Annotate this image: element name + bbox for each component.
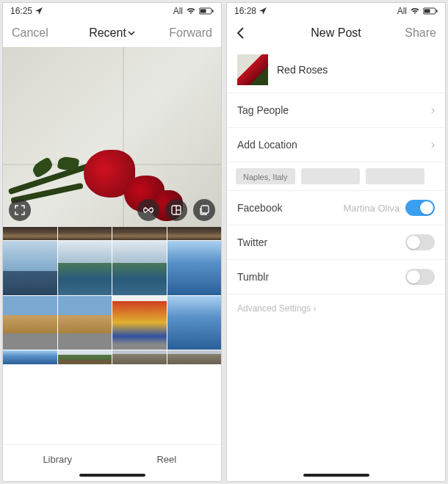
phone-new-post: 16:28 All New Post Share Tag People › Ad… [226, 2, 446, 482]
chevron-left-icon [236, 26, 245, 40]
status-time: 16:25 [10, 6, 32, 16]
share-facebook-user: Martina Oliva [343, 203, 400, 214]
share-tumblr-row: Tumblr [227, 260, 445, 295]
home-indicator[interactable] [303, 474, 369, 477]
preview-controls [9, 199, 215, 221]
layout-collage-button[interactable] [165, 199, 187, 221]
photo-grid [3, 227, 221, 364]
grid-thumb[interactable] [3, 296, 57, 350]
toggle-knob [420, 201, 433, 214]
home-indicator[interactable] [79, 474, 145, 477]
cancel-button[interactable]: Cancel [12, 26, 79, 40]
layout-icon [171, 205, 181, 215]
caption-row [227, 47, 445, 93]
chevron-right-icon: › [431, 104, 435, 117]
location-chip[interactable] [366, 168, 424, 184]
grid-thumb[interactable] [58, 241, 112, 295]
svg-rect-1 [200, 10, 206, 13]
select-multiple-button[interactable] [193, 199, 215, 221]
expand-crop-button[interactable] [9, 199, 31, 221]
battery-icon [423, 7, 438, 15]
boomerang-button[interactable] [137, 199, 159, 221]
grid-thumb[interactable] [3, 227, 57, 240]
phone-library: 16:25 All Cancel Recent Forward [2, 2, 222, 482]
wifi-icon [410, 7, 420, 15]
grid-thumb[interactable] [167, 227, 222, 240]
chevron-right-icon: › [431, 138, 435, 151]
tab-library[interactable]: Library [3, 445, 112, 471]
advanced-settings-row[interactable]: Advanced Settings › [227, 295, 445, 322]
toggle-knob [407, 236, 420, 249]
share-tumblr-label: Tumblr [237, 271, 405, 283]
selected-photo-preview[interactable] [3, 47, 221, 227]
grid-thumb[interactable] [3, 241, 57, 295]
album-picker[interactable]: Recent [79, 26, 145, 40]
location-chip[interactable] [301, 168, 360, 184]
share-button[interactable]: Share [369, 26, 436, 40]
share-facebook-label: Facebook [237, 202, 343, 214]
grid-thumb[interactable] [167, 241, 222, 295]
share-facebook-toggle[interactable] [405, 200, 435, 216]
nav-bar: New Post Share [227, 19, 445, 47]
grid-thumb[interactable] [58, 296, 112, 350]
page-title: New Post [303, 26, 369, 40]
location-arrow-icon [259, 7, 267, 15]
status-bar: 16:25 All [3, 3, 221, 19]
multiple-icon [199, 205, 209, 215]
add-location-label: Add Location [237, 139, 297, 151]
share-tumblr-toggle[interactable] [405, 269, 435, 285]
share-twitter-row: Twitter [227, 225, 445, 260]
grid-thumb[interactable] [112, 350, 167, 364]
forward-button[interactable]: Forward [145, 26, 212, 40]
chevron-down-icon [128, 31, 135, 35]
location-suggestions: Naples, Italy [227, 162, 445, 191]
battery-icon [199, 7, 214, 15]
svg-rect-2 [212, 10, 214, 12]
grid-thumb[interactable] [112, 296, 167, 350]
svg-rect-8 [424, 10, 430, 13]
grid-thumb[interactable] [58, 350, 112, 364]
location-arrow-icon [35, 7, 43, 15]
add-location-row[interactable]: Add Location › [227, 128, 445, 162]
carrier-text: All [397, 6, 407, 16]
advanced-settings-label: Advanced Settings [237, 303, 311, 314]
album-title: Recent [89, 26, 126, 40]
tag-people-row[interactable]: Tag People › [227, 93, 445, 128]
share-twitter-label: Twitter [237, 236, 405, 248]
svg-rect-9 [436, 10, 438, 12]
grid-thumb[interactable] [112, 227, 167, 240]
toggle-knob [407, 270, 420, 283]
grid-thumb[interactable] [112, 241, 167, 295]
grid-thumb[interactable] [167, 296, 222, 350]
grid-thumb[interactable] [3, 350, 57, 364]
status-bar: 16:28 All [227, 3, 445, 19]
location-chip[interactable]: Naples, Italy [236, 168, 295, 184]
post-thumbnail[interactable] [237, 54, 268, 85]
caption-input[interactable] [277, 64, 435, 76]
expand-icon [15, 205, 25, 215]
back-button[interactable] [236, 26, 303, 40]
share-twitter-toggle[interactable] [405, 234, 435, 250]
tag-people-label: Tag People [237, 104, 289, 116]
chevron-right-icon: › [313, 303, 316, 314]
tab-reel[interactable]: Reel [112, 445, 222, 471]
wifi-icon [186, 7, 196, 15]
grid-thumb[interactable] [58, 227, 112, 240]
nav-bar: Cancel Recent Forward [3, 19, 221, 47]
infinity-icon [142, 206, 154, 214]
bottom-tabs: Library Reel [3, 444, 221, 471]
status-time: 16:28 [234, 6, 256, 16]
carrier-text: All [173, 6, 183, 16]
svg-rect-6 [201, 206, 209, 213]
grid-thumb[interactable] [167, 350, 222, 364]
page-title-text: New Post [311, 26, 361, 40]
share-facebook-row: Facebook Martina Oliva [227, 191, 445, 225]
